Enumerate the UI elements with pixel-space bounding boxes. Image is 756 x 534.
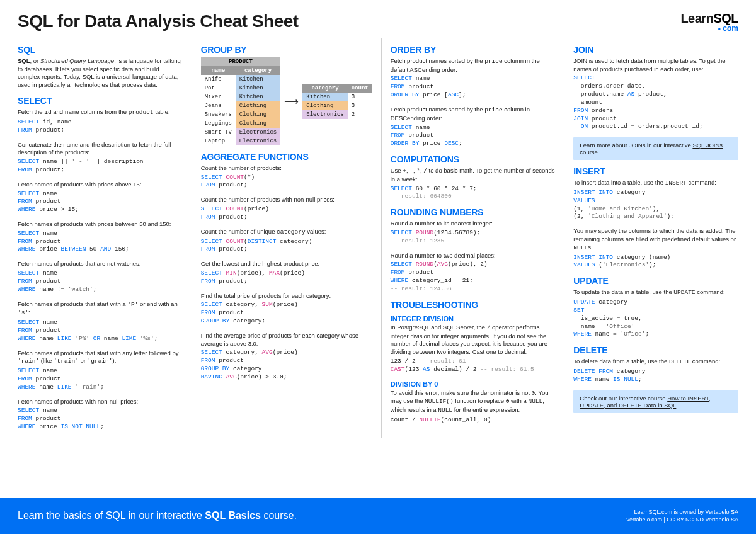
content-columns: SQL SQL, or Structured Query Language, i… [0, 38, 756, 444]
footer-cta[interactable]: Learn the basics of SQL in our interacti… [18, 510, 297, 521]
col-4: JOIN JOIN is used to fetch data from mul… [564, 38, 738, 438]
orderby-heading: ORDER BY [391, 45, 556, 55]
footer: Learn the basics of SQL in our interacti… [0, 498, 756, 534]
join-callout[interactable]: Learn more about JOINs in our interactiv… [573, 137, 738, 160]
sql-heading: SQL [18, 45, 183, 55]
select-heading: SELECT [18, 96, 183, 106]
delete-heading: DELETE [573, 345, 738, 355]
insert-heading: INSERT [573, 166, 738, 176]
update-heading: UPDATE [573, 276, 738, 286]
rounding-heading: ROUNDING NUMBERS [391, 207, 556, 217]
troubleshooting-heading: TROUBLESHOOTING [391, 300, 556, 310]
div0-heading: DIVISION BY 0 [391, 380, 556, 388]
aggregate-heading: AGGREGATE FUNCTIONS [201, 152, 372, 162]
join-heading: JOIN [573, 45, 738, 55]
groupby-heading: GROUP BY [201, 45, 372, 55]
logo: LearnSQL com [680, 11, 738, 33]
delete-callout[interactable]: Check out our interactive course How to … [573, 390, 738, 413]
col-3: ORDER BY Fetch product names sorted by t… [382, 38, 565, 438]
footer-legal: LearnSQL.com is owned by Vertabelo SA ve… [626, 508, 738, 524]
page-title: SQL for Data Analysis Cheat Sheet [18, 11, 299, 31]
col-1: SQL SQL, or Structured Query Language, i… [18, 38, 192, 438]
intdiv-heading: INTEGER DIVISION [391, 315, 556, 322]
sql-intro: SQL, or Structured Query Language, is a … [18, 57, 183, 89]
computations-heading: COMPUTATIONS [391, 154, 556, 164]
groupby-diagram: PRODUCTnamecategoryKnifeKitchenPotKitche… [201, 57, 372, 145]
arrow-icon: ⟶ [284, 95, 299, 107]
col-2: GROUP BY PRODUCTnamecategoryKnifeKitchen… [192, 38, 382, 438]
